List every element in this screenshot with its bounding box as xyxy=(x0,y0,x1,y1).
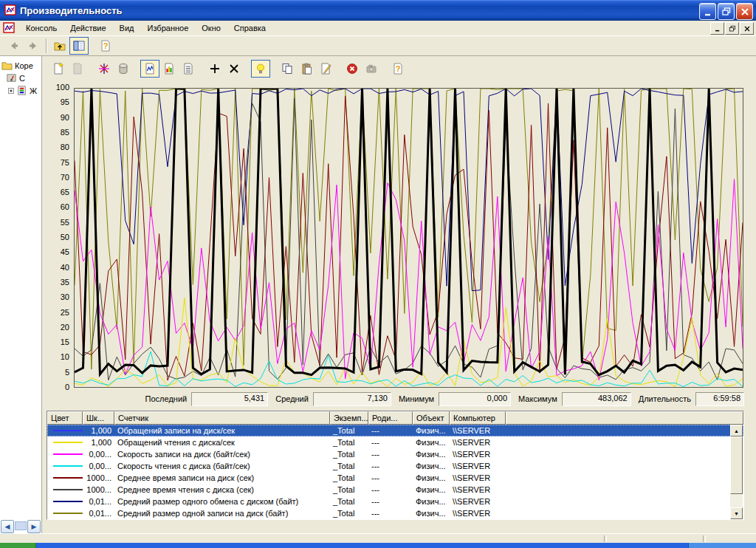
parent-cell: --- xyxy=(368,485,413,494)
view-graph-button[interactable] xyxy=(140,60,159,78)
scroll-up-button[interactable]: ▲ xyxy=(730,425,743,436)
counter-row-6[interactable]: 0,01...Средний размер одного обмена с ди… xyxy=(47,496,743,507)
parent-cell: --- xyxy=(368,426,413,435)
duration-value: 6:59:58 xyxy=(695,392,744,406)
minimum-value: 0,000 xyxy=(439,392,511,406)
scroll-right-button[interactable]: ▶ xyxy=(27,520,41,533)
column-header-3[interactable]: Экземп... xyxy=(330,411,368,425)
menu-item-4[interactable]: Окно xyxy=(195,22,227,34)
help-doc-icon: ? xyxy=(392,63,404,75)
counter-row-1[interactable]: 1,000Обращений чтения с диска/сек_Total-… xyxy=(47,436,743,448)
system-tray xyxy=(688,543,756,548)
scale-cell: 1,000 xyxy=(83,438,114,447)
column-header-4[interactable]: Роди... xyxy=(368,411,413,425)
delete-counter-button[interactable] xyxy=(224,60,244,78)
menu-item-5[interactable]: Справка xyxy=(227,22,272,34)
scroll-down-button[interactable]: ▼ xyxy=(730,507,743,519)
start-button[interactable] xyxy=(0,543,36,548)
scroll-thumb[interactable] xyxy=(730,436,743,494)
scroll-left-button[interactable]: ◀ xyxy=(1,520,14,533)
counter-row-7[interactable]: 0,01...Средний размер одной записи на ди… xyxy=(47,507,743,519)
report-icon xyxy=(182,63,194,75)
tree-item-2[interactable]: Ж xyxy=(0,84,41,97)
new-counter-set-button[interactable] xyxy=(49,60,68,78)
paste-counter-list-button[interactable] xyxy=(297,60,316,78)
computer-cell: \\SERVER xyxy=(450,426,506,435)
y-axis-label: 100 xyxy=(46,83,69,92)
instance-cell: _Total xyxy=(330,473,368,482)
average-value: 7,130 xyxy=(313,392,391,406)
column-header-0[interactable]: Цвет xyxy=(47,411,83,425)
highlight-button[interactable] xyxy=(251,60,270,78)
menu-item-2[interactable]: Вид xyxy=(113,22,141,34)
column-header-1[interactable]: Шк... xyxy=(83,411,114,425)
help-monitor-button[interactable]: ? xyxy=(388,60,408,78)
object-cell: Физич... xyxy=(413,426,450,435)
sysmon-icon xyxy=(6,72,17,83)
legend-scrollbar[interactable]: ▲ ▼ xyxy=(730,425,743,519)
freeze-display-button[interactable] xyxy=(343,60,362,78)
counter-row-2[interactable]: 0,00...Скорость записи на диск (байт/сек… xyxy=(47,448,743,460)
counter-color-swatch xyxy=(53,513,83,514)
menu-item-1[interactable]: Действие xyxy=(63,22,112,34)
column-header-5[interactable]: Объект xyxy=(413,411,450,425)
add-counter-button[interactable] xyxy=(205,60,224,78)
instance-cell: _Total xyxy=(330,509,368,518)
counter-legend: ЦветШк...СчетчикЭкземп...Роди...ОбъектКо… xyxy=(47,411,744,520)
page-clear-icon xyxy=(72,63,83,75)
minimum-label: Минимум xyxy=(399,394,434,403)
scroll-thumb[interactable] xyxy=(15,521,27,530)
view-current-activity-button[interactable] xyxy=(94,60,114,78)
system-monitor-toolbar: ? xyxy=(49,59,408,78)
column-header-2[interactable]: Счетчик xyxy=(114,411,330,425)
tree-horizontal-scrollbar[interactable]: ◀ ▶ xyxy=(1,520,41,532)
child-minimize-button[interactable] xyxy=(710,22,724,35)
view-histogram-button[interactable] xyxy=(159,60,179,78)
up-one-level-button[interactable] xyxy=(50,37,69,55)
minimize-button[interactable] xyxy=(699,3,716,20)
title-bar: Производительность xyxy=(0,0,756,21)
view-report-button[interactable] xyxy=(179,60,198,78)
object-cell: Физич... xyxy=(413,509,450,518)
parent-cell: --- xyxy=(368,462,413,470)
perfmon-child-icon xyxy=(3,22,15,34)
counter-row-0[interactable]: 1,000Обращений записи на диск/сек_Total-… xyxy=(47,425,743,436)
counter-cell: Обращений чтения с диска/сек xyxy=(114,438,330,447)
tree-item-1[interactable]: С xyxy=(0,72,41,84)
tree-item-0[interactable]: Коре xyxy=(0,59,41,72)
performance-graph xyxy=(74,88,743,388)
column-header-filler xyxy=(506,411,743,425)
show-console-tree-button[interactable] xyxy=(69,37,89,55)
series-disk-writes-highlighted xyxy=(75,89,743,375)
child-restore-button[interactable] xyxy=(725,22,739,35)
close-button[interactable] xyxy=(736,3,753,20)
counter-cell: Среднее время чтения с диска (сек) xyxy=(114,485,330,494)
update-data-button xyxy=(362,60,381,78)
menu-item-3[interactable]: Избранное xyxy=(141,22,196,34)
svg-text:?: ? xyxy=(396,64,401,73)
counter-row-4[interactable]: 1000...Среднее время записи на диск (сек… xyxy=(47,472,743,484)
properties-button[interactable] xyxy=(316,60,335,78)
computer-cell: \\SERVER xyxy=(450,485,506,494)
restore-button[interactable] xyxy=(718,3,735,20)
scale-cell: 0,00... xyxy=(83,450,114,459)
menu-item-0[interactable]: Консоль xyxy=(19,22,63,34)
computer-cell: \\SERVER xyxy=(450,473,506,482)
menu-bar: КонсольДействиеВидИзбранноеОкноСправка xyxy=(0,21,756,36)
copy-properties-button[interactable] xyxy=(278,60,297,78)
last-value: 5,431 xyxy=(191,392,268,406)
counter-color-swatch xyxy=(53,489,83,490)
counter-row-5[interactable]: 1000...Среднее время чтения с диска (сек… xyxy=(47,484,743,496)
counter-color-swatch xyxy=(53,465,83,467)
child-close-button[interactable] xyxy=(740,22,754,35)
column-header-6[interactable]: Компьютер xyxy=(450,411,506,425)
counter-row-3[interactable]: 0,00...Скорость чтения с диска (байт/сек… xyxy=(47,460,743,472)
computer-cell: \\SERVER xyxy=(450,462,506,470)
window-title: Производительность xyxy=(20,5,123,16)
statusbar-separator xyxy=(604,535,607,542)
y-axis-label: 65 xyxy=(46,188,69,196)
color-cell xyxy=(47,465,83,467)
help-button[interactable]: ? xyxy=(96,37,115,55)
view-log-data-button[interactable] xyxy=(114,60,133,78)
tree-item-label: С xyxy=(19,74,25,83)
